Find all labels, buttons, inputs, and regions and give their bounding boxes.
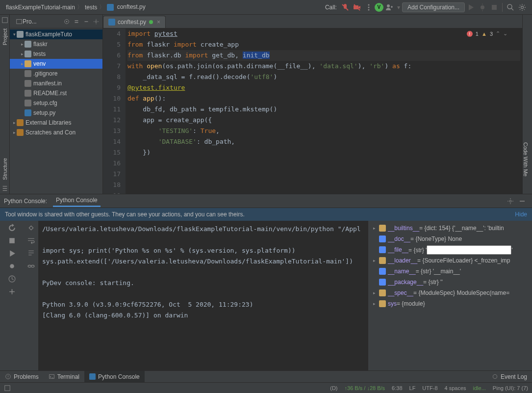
status-ping[interactable]: Ping (UI): 7 (7) bbox=[493, 385, 528, 391]
terminal-tab[interactable]: Terminal bbox=[44, 371, 84, 382]
mic-off-icon[interactable] bbox=[341, 3, 349, 11]
toggle-tool-windows-icon[interactable] bbox=[4, 385, 11, 392]
tree-item[interactable]: manifest.in bbox=[10, 79, 102, 88]
variable-row[interactable]: ▸__loader__ = {SourceFileLoader} <_froze… bbox=[371, 255, 529, 266]
chevron-right-icon: 〉 bbox=[77, 3, 83, 11]
var-value: = {SourceFileLoader} <_frozen_imp bbox=[417, 257, 510, 264]
structure-rail-label[interactable]: Structure bbox=[2, 155, 8, 183]
variable-row[interactable]: ▸__builtins__ = {dict: 154} {'__name__':… bbox=[371, 223, 529, 234]
stop-icon[interactable] bbox=[490, 3, 498, 11]
soft-wrap-icon[interactable] bbox=[27, 236, 35, 245]
variable-row[interactable]: ▸sys = {module} bbox=[371, 298, 529, 309]
minimize-icon[interactable] bbox=[518, 197, 526, 205]
project-view-icon[interactable] bbox=[16, 18, 23, 25]
tool-window-title: Python Console: bbox=[4, 198, 47, 205]
chevron-icon[interactable]: ▸ bbox=[20, 52, 25, 56]
structure-rail-icon[interactable] bbox=[1, 185, 8, 192]
project-rail-label[interactable]: Project bbox=[2, 26, 8, 48]
tree-item[interactable]: ▸Scratches and Con bbox=[10, 128, 102, 137]
camera-off-icon[interactable] bbox=[353, 3, 361, 11]
tree-item[interactable]: ▸External Libraries bbox=[10, 118, 102, 128]
status-encoding[interactable]: UTF-8 bbox=[422, 385, 437, 391]
tree-item[interactable]: README.rst bbox=[10, 88, 102, 98]
chevron-icon[interactable]: ▸ bbox=[20, 61, 25, 66]
status-net[interactable]: ↑36 B/s / ↓28 B/s bbox=[345, 385, 385, 391]
variable-row[interactable]: __name__ = {str} '__main__' bbox=[371, 266, 529, 277]
python-icon bbox=[89, 373, 96, 380]
target-icon[interactable] bbox=[63, 18, 70, 25]
presence-dot-icon bbox=[149, 20, 153, 24]
problems-tab[interactable]: Problems bbox=[0, 371, 44, 382]
svg-rect-16 bbox=[17, 19, 22, 24]
chevron-icon[interactable]: ▸ bbox=[12, 130, 17, 135]
expand-all-icon[interactable] bbox=[73, 18, 80, 25]
attach-icon[interactable] bbox=[27, 224, 35, 232]
debug-icon[interactable] bbox=[479, 3, 486, 11]
variable-row[interactable]: __file__ = {str} '' bbox=[371, 244, 529, 255]
tree-item[interactable]: ▸flaskr bbox=[10, 39, 102, 49]
status-idle[interactable]: idle... bbox=[473, 385, 486, 391]
var-name: sys bbox=[388, 300, 397, 307]
tree-item[interactable]: .gitignore bbox=[10, 69, 102, 79]
console-output[interactable]: /Users/valeria.letusheva/Downloads/flask… bbox=[38, 221, 368, 370]
add-icon[interactable] bbox=[8, 288, 16, 296]
console-tab[interactable]: Python Console bbox=[53, 195, 101, 207]
status-line-sep[interactable]: LF bbox=[409, 385, 416, 391]
chevron-icon[interactable]: ▸ bbox=[12, 120, 17, 125]
project-rail-icon[interactable] bbox=[1, 17, 8, 24]
tree-item[interactable]: setup.py bbox=[10, 108, 102, 118]
project-tree[interactable]: ▾flaskExampleTuto▸flaskr▸tests▸venv.giti… bbox=[10, 28, 102, 194]
status-indent[interactable]: 4 spaces bbox=[445, 385, 466, 391]
more-vert-icon[interactable] bbox=[365, 3, 373, 11]
editor-tab[interactable]: conftest.py × bbox=[103, 16, 166, 28]
editor-area: conftest.py × 45678910111213141516171819… bbox=[103, 15, 522, 194]
file-icon bbox=[25, 90, 31, 97]
add-configuration-button[interactable]: Add Configuration... bbox=[402, 2, 465, 12]
rerun-icon[interactable] bbox=[8, 224, 16, 232]
variable-row[interactable]: __doc__ = {NoneType} None bbox=[371, 234, 529, 244]
event-log-tab[interactable]: Event Log bbox=[487, 371, 532, 382]
run-icon[interactable] bbox=[467, 3, 475, 11]
gear-icon[interactable] bbox=[518, 3, 526, 11]
code-with-me-rail-label[interactable]: Code With Me bbox=[523, 15, 529, 177]
tree-item[interactable]: ▸venv bbox=[10, 59, 102, 69]
close-icon[interactable]: × bbox=[157, 19, 160, 26]
gear-icon[interactable] bbox=[507, 197, 514, 205]
chevron-icon[interactable]: ▾ bbox=[12, 32, 17, 37]
search-icon[interactable] bbox=[507, 3, 514, 11]
run-icon[interactable] bbox=[8, 249, 16, 258]
variables-pane[interactable]: ▸__builtins__ = {dict: 154} {'__name__':… bbox=[368, 221, 532, 370]
history-icon[interactable] bbox=[8, 275, 16, 283]
breadcrumb-root[interactable]: flaskExampleTutorial-main bbox=[4, 4, 77, 11]
link-icon[interactable] bbox=[27, 262, 35, 270]
tree-item[interactable]: setup.cfg bbox=[10, 98, 102, 108]
gear-icon[interactable] bbox=[93, 18, 100, 25]
svg-rect-22 bbox=[9, 238, 15, 243]
python-console-tab[interactable]: Python Console bbox=[84, 371, 145, 382]
tree-item[interactable]: ▸tests bbox=[10, 49, 102, 59]
tool-window-header: Python Console: Python Console bbox=[0, 194, 532, 208]
status-dev[interactable]: (D) bbox=[330, 385, 337, 391]
tree-item[interactable]: ▾flaskExampleTuto bbox=[10, 29, 102, 39]
scroll-end-icon[interactable] bbox=[27, 249, 35, 258]
variable-row[interactable]: ▸__spec__ = {ModuleSpec} ModuleSpec(name… bbox=[371, 288, 529, 298]
collapse-all-icon[interactable] bbox=[83, 18, 90, 25]
code-editor[interactable]: 45678910111213141516171819 import pytest… bbox=[103, 28, 522, 194]
chevron-icon[interactable]: ▸ bbox=[20, 42, 25, 47]
avatar[interactable]: V bbox=[375, 3, 383, 12]
tree-item-label: manifest.in bbox=[33, 80, 62, 87]
svg-rect-0 bbox=[107, 4, 114, 11]
code-content[interactable]: import pytestfrom flaskr import create_a… bbox=[126, 28, 522, 194]
status-caret-pos[interactable]: 6:38 bbox=[392, 385, 402, 391]
user-add-icon[interactable] bbox=[385, 3, 393, 11]
breadcrumb-file[interactable]: conftest.py bbox=[105, 3, 147, 11]
variable-row[interactable]: __package__ = {str} '' bbox=[371, 277, 529, 288]
stop-icon[interactable] bbox=[8, 236, 16, 245]
hide-banner-link[interactable]: Hide bbox=[515, 211, 527, 218]
chevron-right-icon: 〉 bbox=[99, 3, 105, 11]
var-value: = {module} bbox=[397, 300, 425, 307]
inspections-summary[interactable]: !1 ▲3 ⌃⌄ bbox=[467, 30, 507, 37]
breadcrumb-folder[interactable]: tests bbox=[83, 4, 99, 11]
debug-icon[interactable] bbox=[8, 262, 16, 270]
project-title[interactable]: Pro... bbox=[23, 18, 60, 25]
